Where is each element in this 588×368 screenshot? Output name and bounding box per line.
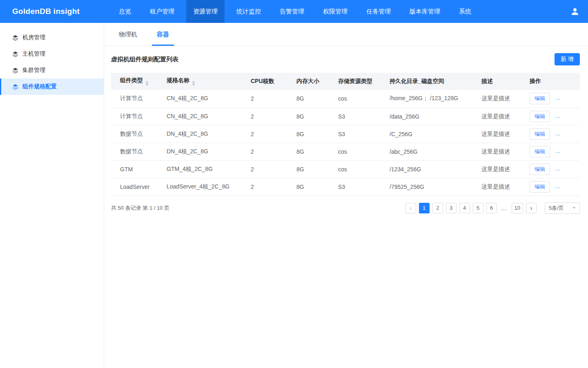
cell-storage: cos [338,143,390,160]
column-header-规格名称[interactable]: 规格名称 [167,73,251,90]
tab-physical-machine[interactable]: 物理机 [117,23,139,46]
cell-desc: 这里是描述 [481,90,530,108]
edit-button[interactable]: 编辑 [530,181,550,193]
cell-type: 计算节点 [111,90,167,108]
tab-label: 容器 [157,31,169,38]
next-page-button[interactable]: › [526,203,537,213]
chevron-down-icon [572,207,576,209]
tab-container[interactable]: 容器 [155,23,171,46]
page-button-1[interactable]: 1 [419,203,430,213]
sidebar-item-label: 集群管理 [22,67,45,74]
column-header-CPU核数: CPU核数 [251,73,296,90]
cell-path: /home_256G； /123_128G [390,90,481,108]
cell-storage: S3 [338,178,390,195]
cell-actions: 编辑删除 [530,90,580,108]
column-header-操作: 操作 [530,73,580,90]
cell-type: GTM [111,160,167,178]
cell-actions: 编辑删除 [530,108,580,125]
cell-type: LoadServer [111,178,167,195]
cell-type: 数据节点 [111,143,167,160]
cell-path: /abc_256G [390,143,481,160]
title-row: 虚拟机组件规则配置列表 新 增 [111,53,580,65]
cell-desc: 这里是描述 [481,143,530,160]
sidebar: 机房管理主机管理集群管理组件规格配置 [0,23,104,368]
nav-item-任务管理[interactable]: 任务管理 [359,0,398,23]
column-header-label: 持久化目录_磁盘空间 [390,78,444,84]
cell-storage: S3 [338,125,390,143]
add-button[interactable]: 新 增 [555,53,580,65]
table-row: 数据节点DN_4核_2C_8G28Gcos/abc_256G这里是描述编辑删除 [111,143,580,160]
cell-cpu: 2 [251,90,296,108]
cell-desc: 这里是描述 [481,160,530,178]
table-body: 计算节点CN_4核_2C_8G28Gcos/home_256G； /123_12… [111,90,580,195]
table-row: LoadServerLoadServer_4核_2C_8G28GS3/79525… [111,178,580,195]
layers-icon [12,84,18,90]
table-header-row: 组件类型规格名称CPU核数内存大小存储资源类型持久化目录_磁盘空间描述操作 [111,73,580,90]
table-row: GTMGTM_4核_2C_8G28Gcos/1234_256G这里是描述编辑删除 [111,160,580,178]
column-header-label: 存储资源类型 [338,78,372,84]
sidebar-item-主机管理[interactable]: 主机管理 [0,46,104,62]
page-size-select[interactable]: 5条/页 [545,202,580,214]
record-summary: 共 50 条记录 第 1 / 10 页 [111,204,169,212]
cell-mem: 8G [296,125,338,143]
sidebar-item-机房管理[interactable]: 机房管理 [0,29,104,46]
cell-actions: 编辑删除 [530,178,580,195]
page-size-value: 5条/页 [549,204,564,212]
column-header-描述: 描述 [481,73,530,90]
page-button-4[interactable]: 4 [459,203,470,213]
cell-spec: CN_4核_2C_8G [167,90,251,108]
nav-item-系统[interactable]: 系统 [452,0,478,23]
pagination-ellipsis: … [500,205,509,211]
column-header-label: 操作 [530,78,541,84]
nav-item-租户管理[interactable]: 租户管理 [143,0,181,23]
cell-type: 计算节点 [111,108,167,125]
cell-actions: 编辑删除 [530,143,580,160]
edit-button[interactable]: 编辑 [530,146,550,157]
table-row: 计算节点CN_4核_2C_8G28Gcos/home_256G； /123_12… [111,90,580,108]
page-button-5[interactable]: 5 [473,203,483,213]
cell-type: 数据节点 [111,125,167,143]
cell-mem: 8G [296,178,338,195]
cell-spec: GTM_4核_2C_8G [167,160,251,178]
sort-icon[interactable] [192,81,195,86]
nav-item-资源管理[interactable]: 资源管理 [186,0,225,23]
cell-storage: cos [338,90,390,108]
sidebar-item-集群管理[interactable]: 集群管理 [0,62,104,79]
cell-actions: 编辑删除 [530,160,580,178]
column-header-label: 内存大小 [296,78,319,84]
page-button-3[interactable]: 3 [446,203,457,213]
cell-cpu: 2 [251,143,296,160]
cell-mem: 8G [296,108,338,125]
layers-icon [12,51,18,57]
edit-button[interactable]: 编辑 [530,111,550,122]
pagination: ‹123456…10› 5条/页 [405,202,580,214]
cell-path: /1234_256G [390,160,481,178]
sidebar-item-label: 机房管理 [22,34,45,41]
nav-item-告警管理[interactable]: 告警管理 [273,0,311,23]
prev-page-button[interactable]: ‹ [405,203,416,213]
pagination-row: 共 50 条记录 第 1 / 10 页 ‹123456…10› 5条/页 [111,202,580,214]
page-button-10[interactable]: 10 [512,203,523,213]
edit-button[interactable]: 编辑 [530,93,550,104]
edit-button[interactable]: 编辑 [530,164,550,175]
nav-item-总览[interactable]: 总览 [112,0,138,23]
user-icon[interactable] [570,0,580,23]
column-header-持久化目录_磁盘空间: 持久化目录_磁盘空间 [390,73,481,90]
nav-item-权限管理[interactable]: 权限管理 [316,0,354,23]
nav-item-统计监控[interactable]: 统计监控 [229,0,268,23]
sidebar-menu: 机房管理主机管理集群管理组件规格配置 [0,29,104,95]
tab-label: 物理机 [119,31,137,38]
page-button-2[interactable]: 2 [432,203,443,213]
nav-item-版本库管理[interactable]: 版本库管理 [403,0,447,23]
page-layout: 机房管理主机管理集群管理组件规格配置 物理机 容器 虚拟机组件规则配置列表 新 … [0,23,588,368]
main-content: 物理机 容器 虚拟机组件规则配置列表 新 增 组件类型规格名称CPU核数内存大小… [104,23,588,368]
sidebar-item-label: 主机管理 [22,50,45,58]
top-nav: 总览租户管理资源管理统计监控告警管理权限管理任务管理版本库管理系统 [109,0,481,23]
column-header-内存大小: 内存大小 [296,73,338,90]
edit-button[interactable]: 编辑 [530,128,550,140]
sidebar-item-组件规格配置[interactable]: 组件规格配置 [0,79,104,95]
sort-icon[interactable] [145,81,149,86]
column-header-组件类型[interactable]: 组件类型 [111,73,167,90]
page-button-6[interactable]: 6 [486,203,497,213]
column-header-label: 规格名称 [167,77,189,83]
